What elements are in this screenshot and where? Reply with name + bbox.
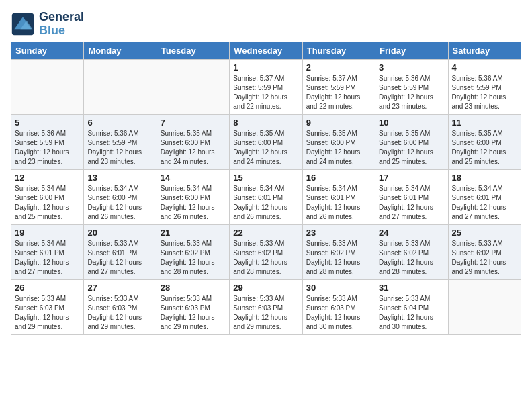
day-info: Sunrise: 5:34 AM Sunset: 6:01 PM Dayligh… [233,184,298,222]
day-number: 11 [452,118,517,128]
day-number: 8 [233,118,298,128]
calendar-cell: 9Sunrise: 5:35 AM Sunset: 6:00 PM Daylig… [302,114,375,169]
day-number: 22 [233,228,298,238]
day-number: 31 [379,283,444,293]
day-info: Sunrise: 5:33 AM Sunset: 6:02 PM Dayligh… [452,239,517,277]
logo-icon [11,12,35,36]
day-number: 1 [233,62,298,73]
day-number: 3 [379,62,444,73]
calendar-cell: 7Sunrise: 5:35 AM Sunset: 6:00 PM Daylig… [157,114,229,169]
calendar-cell: 3Sunrise: 5:36 AM Sunset: 5:59 PM Daylig… [375,59,448,114]
day-number: 13 [87,173,152,183]
calendar-header-saturday: Saturday [448,42,521,59]
calendar-cell [157,59,229,114]
calendar-cell: 23Sunrise: 5:33 AM Sunset: 6:02 PM Dayli… [302,224,375,279]
calendar: SundayMondayTuesdayWednesdayThursdayFrid… [11,42,521,335]
calendar-cell: 29Sunrise: 5:33 AM Sunset: 6:03 PM Dayli… [230,279,302,334]
day-info: Sunrise: 5:33 AM Sunset: 6:02 PM Dayligh… [379,239,444,277]
day-info: Sunrise: 5:37 AM Sunset: 5:59 PM Dayligh… [233,74,298,111]
day-number: 29 [233,283,298,293]
day-number: 10 [379,118,444,128]
day-number: 23 [306,228,371,238]
day-info: Sunrise: 5:33 AM Sunset: 6:03 PM Dayligh… [87,294,152,332]
day-info: Sunrise: 5:33 AM Sunset: 6:02 PM Dayligh… [233,239,298,277]
calendar-week-row: 12Sunrise: 5:34 AM Sunset: 6:00 PM Dayli… [11,169,521,224]
calendar-cell: 17Sunrise: 5:34 AM Sunset: 6:01 PM Dayli… [375,169,448,224]
calendar-header-tuesday: Tuesday [157,42,229,59]
day-info: Sunrise: 5:34 AM Sunset: 6:00 PM Dayligh… [15,184,80,222]
day-info: Sunrise: 5:35 AM Sunset: 6:00 PM Dayligh… [379,129,444,167]
day-number: 7 [161,118,226,128]
day-info: Sunrise: 5:33 AM Sunset: 6:03 PM Dayligh… [161,294,226,332]
calendar-cell: 22Sunrise: 5:33 AM Sunset: 6:02 PM Dayli… [230,224,302,279]
calendar-cell: 19Sunrise: 5:34 AM Sunset: 6:01 PM Dayli… [11,224,84,279]
day-number: 17 [379,173,444,183]
calendar-cell: 2Sunrise: 5:37 AM Sunset: 5:59 PM Daylig… [302,59,375,114]
day-info: Sunrise: 5:34 AM Sunset: 6:00 PM Dayligh… [87,184,152,222]
day-info: Sunrise: 5:35 AM Sunset: 6:00 PM Dayligh… [233,129,298,167]
calendar-header-sunday: Sunday [11,42,84,59]
calendar-cell: 5Sunrise: 5:36 AM Sunset: 5:59 PM Daylig… [11,114,84,169]
day-info: Sunrise: 5:36 AM Sunset: 5:59 PM Dayligh… [15,129,80,167]
day-number: 15 [233,173,298,183]
day-info: Sunrise: 5:35 AM Sunset: 6:00 PM Dayligh… [306,129,371,167]
day-number: 12 [15,173,80,183]
calendar-cell [448,279,521,334]
day-info: Sunrise: 5:35 AM Sunset: 6:00 PM Dayligh… [161,129,226,167]
calendar-header-thursday: Thursday [302,42,375,59]
day-number: 30 [306,283,371,293]
day-info: Sunrise: 5:35 AM Sunset: 6:00 PM Dayligh… [452,129,517,167]
calendar-cell [11,59,84,114]
calendar-cell: 4Sunrise: 5:36 AM Sunset: 5:59 PM Daylig… [448,59,521,114]
day-info: Sunrise: 5:33 AM Sunset: 6:02 PM Dayligh… [161,239,226,277]
day-info: Sunrise: 5:33 AM Sunset: 6:02 PM Dayligh… [306,239,371,277]
calendar-header-friday: Friday [375,42,448,59]
calendar-cell: 18Sunrise: 5:34 AM Sunset: 6:01 PM Dayli… [448,169,521,224]
day-info: Sunrise: 5:34 AM Sunset: 6:01 PM Dayligh… [452,184,517,222]
header: General Blue [11,11,521,38]
day-number: 20 [87,228,152,238]
day-info: Sunrise: 5:34 AM Sunset: 6:01 PM Dayligh… [379,184,444,222]
day-info: Sunrise: 5:36 AM Sunset: 5:59 PM Dayligh… [452,74,517,111]
logo: General Blue [11,11,84,38]
calendar-cell: 15Sunrise: 5:34 AM Sunset: 6:01 PM Dayli… [230,169,302,224]
calendar-header-row: SundayMondayTuesdayWednesdayThursdayFrid… [11,42,521,59]
day-number: 9 [306,118,371,128]
day-number: 4 [452,62,517,73]
day-number: 28 [161,283,226,293]
calendar-cell: 1Sunrise: 5:37 AM Sunset: 5:59 PM Daylig… [230,59,302,114]
calendar-cell: 28Sunrise: 5:33 AM Sunset: 6:03 PM Dayli… [157,279,229,334]
calendar-cell: 6Sunrise: 5:36 AM Sunset: 5:59 PM Daylig… [84,114,157,169]
day-number: 5 [15,118,80,128]
calendar-cell: 27Sunrise: 5:33 AM Sunset: 6:03 PM Dayli… [84,279,157,334]
day-number: 25 [452,228,517,238]
day-info: Sunrise: 5:34 AM Sunset: 6:00 PM Dayligh… [161,184,226,222]
calendar-cell: 25Sunrise: 5:33 AM Sunset: 6:02 PM Dayli… [448,224,521,279]
calendar-cell: 14Sunrise: 5:34 AM Sunset: 6:00 PM Dayli… [157,169,229,224]
calendar-cell: 31Sunrise: 5:33 AM Sunset: 6:04 PM Dayli… [375,279,448,334]
calendar-cell: 16Sunrise: 5:34 AM Sunset: 6:01 PM Dayli… [302,169,375,224]
day-number: 19 [15,228,80,238]
day-number: 26 [15,283,80,293]
day-number: 6 [87,118,152,128]
calendar-cell: 20Sunrise: 5:33 AM Sunset: 6:01 PM Dayli… [84,224,157,279]
calendar-cell: 13Sunrise: 5:34 AM Sunset: 6:00 PM Dayli… [84,169,157,224]
calendar-cell: 30Sunrise: 5:33 AM Sunset: 6:03 PM Dayli… [302,279,375,334]
calendar-week-row: 26Sunrise: 5:33 AM Sunset: 6:03 PM Dayli… [11,279,521,334]
calendar-cell: 12Sunrise: 5:34 AM Sunset: 6:00 PM Dayli… [11,169,84,224]
calendar-header-monday: Monday [84,42,157,59]
calendar-cell: 10Sunrise: 5:35 AM Sunset: 6:00 PM Dayli… [375,114,448,169]
calendar-cell: 8Sunrise: 5:35 AM Sunset: 6:00 PM Daylig… [230,114,302,169]
logo-text: General Blue [39,11,84,38]
calendar-cell: 24Sunrise: 5:33 AM Sunset: 6:02 PM Dayli… [375,224,448,279]
calendar-cell: 26Sunrise: 5:33 AM Sunset: 6:03 PM Dayli… [11,279,84,334]
day-info: Sunrise: 5:36 AM Sunset: 5:59 PM Dayligh… [379,74,444,111]
day-number: 14 [161,173,226,183]
day-info: Sunrise: 5:34 AM Sunset: 6:01 PM Dayligh… [15,239,80,277]
day-info: Sunrise: 5:36 AM Sunset: 5:59 PM Dayligh… [87,129,152,167]
day-info: Sunrise: 5:33 AM Sunset: 6:01 PM Dayligh… [87,239,152,277]
day-number: 24 [379,228,444,238]
day-info: Sunrise: 5:33 AM Sunset: 6:04 PM Dayligh… [379,294,444,332]
day-info: Sunrise: 5:33 AM Sunset: 6:03 PM Dayligh… [306,294,371,332]
day-number: 27 [87,283,152,293]
